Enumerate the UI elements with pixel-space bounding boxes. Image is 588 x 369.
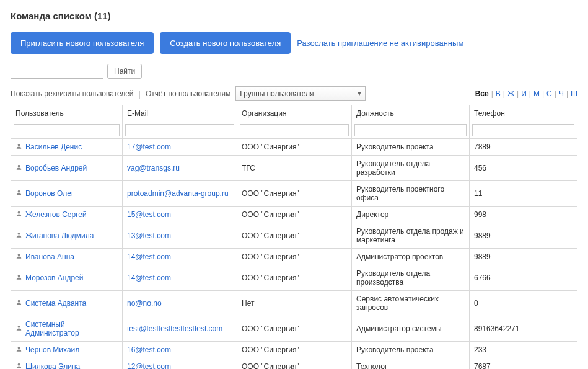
- col-org[interactable]: Организация: [237, 105, 352, 122]
- position-cell: Администратор проектов: [352, 249, 470, 265]
- user-link[interactable]: Железнов Сергей: [25, 210, 87, 219]
- separator: |: [503, 89, 505, 98]
- table-row: Железнов Сергей15@test.comООО "Синергия"…: [11, 207, 577, 223]
- separator: |: [491, 89, 493, 98]
- find-button[interactable]: Найти: [107, 64, 142, 79]
- phone-cell: 0: [470, 291, 577, 316]
- user-link[interactable]: Жиганова Людмила: [25, 231, 94, 240]
- invite-user-button[interactable]: Пригласить нового пользователя: [11, 32, 154, 54]
- org-cell: ООО "Синергия": [237, 139, 352, 156]
- alpha-letter[interactable]: Ж: [507, 89, 514, 98]
- position-cell: Руководитель проекта: [352, 342, 470, 358]
- user-groups-select[interactable]: Группы пользователя: [235, 86, 366, 101]
- email-link[interactable]: 15@test.com: [127, 210, 171, 219]
- alpha-letter[interactable]: И: [521, 89, 527, 98]
- org-cell: ООО "Синергия": [237, 342, 352, 358]
- email-link[interactable]: 17@test.com: [127, 143, 171, 151]
- person-icon: [15, 210, 22, 219]
- position-cell: Руководитель отдела разработки: [352, 156, 470, 181]
- svg-point-6: [18, 275, 20, 277]
- alpha-letter[interactable]: Все: [475, 89, 489, 98]
- email-link[interactable]: 16@test.com: [127, 345, 171, 354]
- org-cell: ООО "Синергия": [237, 223, 352, 249]
- filter-phone[interactable]: [472, 124, 574, 136]
- person-icon: [15, 231, 22, 240]
- email-link[interactable]: 14@test.com: [127, 273, 171, 282]
- user-link[interactable]: Морозов Андрей: [25, 273, 83, 282]
- filter-email[interactable]: [125, 124, 234, 136]
- user-link[interactable]: Воробьев Андрей: [25, 164, 87, 172]
- table-row: Системный Администраторtest@testtesttest…: [11, 316, 577, 342]
- phone-cell: 6766: [470, 265, 577, 291]
- filter-position[interactable]: [354, 124, 467, 136]
- user-link[interactable]: Система Адванта: [25, 299, 86, 308]
- table-row: Васильев Денис17@test.comООО "Синергия"Р…: [11, 139, 577, 156]
- phone-cell: 89163642271: [470, 316, 577, 342]
- table-row: Иванова Анна14@test.comООО "Синергия"Адм…: [11, 249, 577, 265]
- svg-point-4: [18, 233, 20, 235]
- separator: |: [566, 89, 568, 98]
- position-cell: Технолог: [352, 358, 470, 370]
- phone-cell: 9889: [470, 223, 577, 249]
- phone-cell: 9889: [470, 249, 577, 265]
- person-icon: [15, 345, 22, 354]
- separator: |: [529, 89, 531, 98]
- user-link[interactable]: Шилкова Элина: [25, 362, 80, 369]
- org-cell: ООО "Синергия": [237, 207, 352, 223]
- create-user-button[interactable]: Создать нового пользователя: [160, 32, 291, 54]
- filter-row: [11, 122, 577, 139]
- position-cell: Директор: [352, 207, 470, 223]
- table-row: Жиганова Людмила13@test.comООО "Синергия…: [11, 223, 577, 249]
- col-user[interactable]: Пользователь: [11, 105, 123, 122]
- svg-point-3: [18, 211, 20, 214]
- table-row: Воронов Олегprotoadmin@advanta-group.ruО…: [11, 181, 577, 207]
- person-icon: [15, 324, 22, 333]
- email-link[interactable]: 14@test.com: [127, 252, 171, 261]
- user-link[interactable]: Системный Администратор: [25, 320, 118, 337]
- user-link[interactable]: Воронов Олег: [25, 189, 74, 198]
- col-position[interactable]: Должность: [352, 105, 470, 122]
- user-link[interactable]: Чернов Михаил: [25, 345, 79, 354]
- send-invitations-link[interactable]: Разослать приглашение не активированным: [297, 38, 463, 48]
- separator: |: [517, 89, 519, 98]
- alpha-letter[interactable]: М: [533, 89, 540, 98]
- position-cell: Руководитель отдела производства: [352, 265, 470, 291]
- svg-point-1: [18, 165, 20, 167]
- user-link[interactable]: Иванова Анна: [25, 252, 74, 261]
- email-link[interactable]: 13@test.com: [127, 231, 171, 240]
- user-link[interactable]: Васильев Денис: [25, 143, 82, 151]
- header-row: Пользователь E-Mail Организация Должност…: [11, 105, 577, 122]
- svg-point-10: [18, 363, 20, 366]
- alpha-letter[interactable]: Ш: [571, 89, 577, 98]
- email-link[interactable]: 12@test.com: [127, 362, 171, 369]
- phone-cell: 456: [470, 156, 577, 181]
- svg-point-7: [18, 300, 20, 303]
- position-cell: Сервис автоматических запросов: [352, 291, 470, 316]
- position-cell: Руководитель проекта: [352, 139, 470, 156]
- svg-point-8: [18, 326, 20, 328]
- org-cell: ООО "Синергия": [237, 181, 352, 207]
- show-requisites-link[interactable]: Показать реквизиты пользователей: [11, 89, 134, 98]
- position-cell: Администратор системы: [352, 316, 470, 342]
- email-link[interactable]: vag@transgs.ru: [127, 164, 180, 172]
- alpha-letter[interactable]: Ч: [559, 89, 564, 98]
- divider: |: [139, 89, 141, 99]
- search-input[interactable]: [11, 64, 103, 79]
- svg-point-9: [18, 347, 20, 349]
- page-title: Команда списком (11): [11, 11, 577, 21]
- org-cell: ТГС: [237, 156, 352, 181]
- user-report-link[interactable]: Отчёт по пользователям: [146, 89, 230, 98]
- col-email[interactable]: E-Mail: [123, 105, 237, 122]
- email-link[interactable]: protoadmin@advanta-group.ru: [127, 189, 229, 198]
- email-link[interactable]: test@testtesttesttesttest.com: [127, 324, 222, 333]
- org-cell: ООО "Синергия": [237, 249, 352, 265]
- col-phone[interactable]: Телефон: [470, 105, 577, 122]
- alpha-letter[interactable]: С: [546, 89, 552, 98]
- email-link[interactable]: no@no.no: [127, 299, 162, 308]
- controls-row: Показать реквизиты пользователей | Отчёт…: [11, 86, 577, 101]
- phone-cell: 233: [470, 342, 577, 358]
- filter-user[interactable]: [14, 124, 120, 136]
- filter-org[interactable]: [240, 124, 349, 136]
- person-icon: [15, 164, 22, 172]
- alpha-letter[interactable]: В: [496, 89, 501, 98]
